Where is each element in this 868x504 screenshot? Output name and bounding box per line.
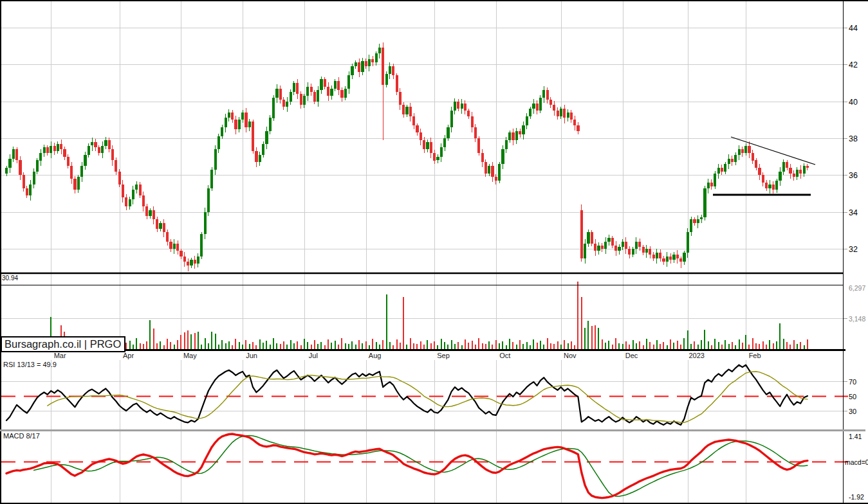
svg-text:40: 40 [849,98,858,107]
macd-lines [6,434,808,498]
rsi-indicator-label: RSI 13/13 = 49.9 [3,361,57,368]
svg-text:Apr: Apr [123,352,134,359]
svg-text:34: 34 [849,208,858,217]
svg-text:1.41: 1.41 [849,433,862,440]
volume-axis: 6,2973,148 [1,284,865,323]
watermark-box: Bursagraph.co.il | PRGO [1,336,125,352]
svg-text:Jul: Jul [309,352,318,359]
stock-chart-frame: MarAprMayJunJulAugSepOctNovDec2023Feb444… [0,0,868,504]
chart-canvas: MarAprMayJunJulAugSepOctNovDec2023Feb444… [0,0,868,504]
svg-text:Mar: Mar [54,352,66,359]
support-price-label: 30.94 [2,274,18,282]
svg-text:Aug: Aug [369,352,382,359]
macd-indicator-label: MACD 8/17 [3,432,40,440]
price-axis-labels: 44424038363432 [849,24,858,254]
panel-borders [0,0,868,504]
svg-text:30: 30 [849,408,856,415]
svg-text:Dec: Dec [625,352,638,359]
svg-text:6,297: 6,297 [849,284,865,292]
svg-text:3,148: 3,148 [849,315,865,323]
svg-text:Sep: Sep [437,352,450,359]
svg-text:Nov: Nov [564,352,577,359]
svg-text:32: 32 [849,245,858,254]
month-axis-labels: MarAprMayJunJulAugSepOctNovDec2023Feb [54,352,761,359]
svg-text:Feb: Feb [749,352,761,359]
svg-text:macd=0: macd=0 [845,458,868,466]
svg-text:38: 38 [849,134,858,143]
rsi-lines [6,365,808,425]
svg-text:50: 50 [849,393,856,401]
rsi-axis: 705030 [1,378,856,415]
svg-text:70: 70 [849,378,856,386]
svg-text:2023: 2023 [688,352,704,359]
volume-bars [6,282,808,349]
svg-text:36: 36 [849,171,858,180]
svg-text:-1.92: -1.92 [849,493,864,501]
svg-text:44: 44 [849,24,858,33]
svg-text:42: 42 [849,60,858,69]
svg-text:Jun: Jun [246,352,257,359]
svg-text:Oct: Oct [499,352,510,359]
svg-text:May: May [183,352,197,359]
